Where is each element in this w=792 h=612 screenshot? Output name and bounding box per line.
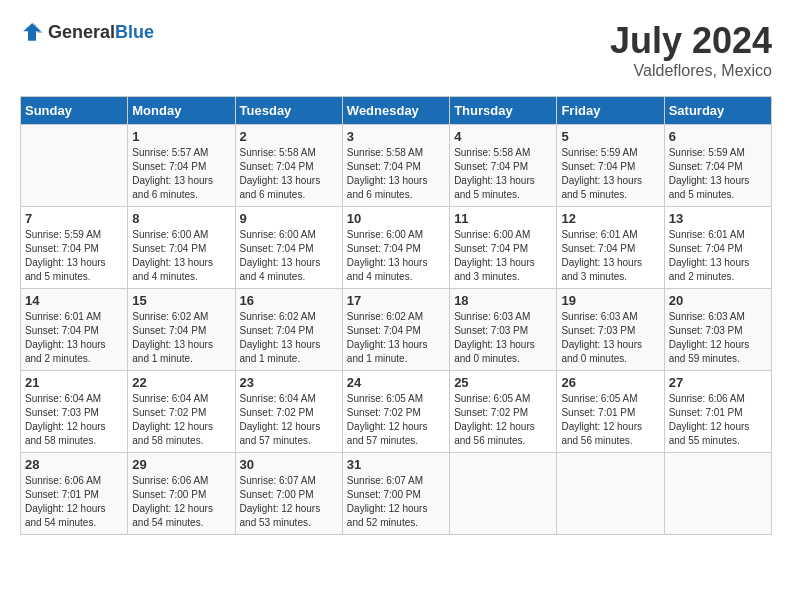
title-month: July 2024	[610, 20, 772, 62]
day-info: Sunrise: 6:00 AM Sunset: 7:04 PM Dayligh…	[132, 228, 230, 284]
day-number: 20	[669, 293, 767, 308]
day-number: 13	[669, 211, 767, 226]
table-row: 16Sunrise: 6:02 AM Sunset: 7:04 PM Dayli…	[235, 289, 342, 371]
day-number: 27	[669, 375, 767, 390]
calendar-week-row: 14Sunrise: 6:01 AM Sunset: 7:04 PM Dayli…	[21, 289, 772, 371]
page-header: GeneralBlue July 2024 Valdeflores, Mexic…	[20, 20, 772, 80]
day-number: 26	[561, 375, 659, 390]
table-row: 17Sunrise: 6:02 AM Sunset: 7:04 PM Dayli…	[342, 289, 449, 371]
day-info: Sunrise: 6:01 AM Sunset: 7:04 PM Dayligh…	[561, 228, 659, 284]
table-row: 20Sunrise: 6:03 AM Sunset: 7:03 PM Dayli…	[664, 289, 771, 371]
col-tuesday: Tuesday	[235, 97, 342, 125]
table-row	[21, 125, 128, 207]
day-number: 28	[25, 457, 123, 472]
day-info: Sunrise: 6:00 AM Sunset: 7:04 PM Dayligh…	[240, 228, 338, 284]
calendar-week-row: 7Sunrise: 5:59 AM Sunset: 7:04 PM Daylig…	[21, 207, 772, 289]
table-row: 11Sunrise: 6:00 AM Sunset: 7:04 PM Dayli…	[450, 207, 557, 289]
day-number: 25	[454, 375, 552, 390]
calendar-week-row: 1Sunrise: 5:57 AM Sunset: 7:04 PM Daylig…	[21, 125, 772, 207]
day-info: Sunrise: 5:59 AM Sunset: 7:04 PM Dayligh…	[669, 146, 767, 202]
title-block: July 2024 Valdeflores, Mexico	[610, 20, 772, 80]
day-number: 10	[347, 211, 445, 226]
day-info: Sunrise: 5:58 AM Sunset: 7:04 PM Dayligh…	[347, 146, 445, 202]
day-info: Sunrise: 5:59 AM Sunset: 7:04 PM Dayligh…	[25, 228, 123, 284]
table-row: 23Sunrise: 6:04 AM Sunset: 7:02 PM Dayli…	[235, 371, 342, 453]
table-row: 6Sunrise: 5:59 AM Sunset: 7:04 PM Daylig…	[664, 125, 771, 207]
table-row: 29Sunrise: 6:06 AM Sunset: 7:00 PM Dayli…	[128, 453, 235, 535]
day-number: 22	[132, 375, 230, 390]
day-info: Sunrise: 5:58 AM Sunset: 7:04 PM Dayligh…	[240, 146, 338, 202]
day-number: 9	[240, 211, 338, 226]
col-sunday: Sunday	[21, 97, 128, 125]
table-row: 18Sunrise: 6:03 AM Sunset: 7:03 PM Dayli…	[450, 289, 557, 371]
table-row	[557, 453, 664, 535]
table-row: 7Sunrise: 5:59 AM Sunset: 7:04 PM Daylig…	[21, 207, 128, 289]
table-row: 12Sunrise: 6:01 AM Sunset: 7:04 PM Dayli…	[557, 207, 664, 289]
table-row: 1Sunrise: 5:57 AM Sunset: 7:04 PM Daylig…	[128, 125, 235, 207]
day-number: 24	[347, 375, 445, 390]
col-thursday: Thursday	[450, 97, 557, 125]
day-info: Sunrise: 6:00 AM Sunset: 7:04 PM Dayligh…	[454, 228, 552, 284]
day-info: Sunrise: 6:03 AM Sunset: 7:03 PM Dayligh…	[669, 310, 767, 366]
table-row: 19Sunrise: 6:03 AM Sunset: 7:03 PM Dayli…	[557, 289, 664, 371]
day-info: Sunrise: 6:01 AM Sunset: 7:04 PM Dayligh…	[25, 310, 123, 366]
day-info: Sunrise: 6:04 AM Sunset: 7:03 PM Dayligh…	[25, 392, 123, 448]
day-number: 1	[132, 129, 230, 144]
logo-text-general: General	[48, 22, 115, 42]
table-row	[450, 453, 557, 535]
day-info: Sunrise: 6:07 AM Sunset: 7:00 PM Dayligh…	[240, 474, 338, 530]
table-row: 27Sunrise: 6:06 AM Sunset: 7:01 PM Dayli…	[664, 371, 771, 453]
day-number: 19	[561, 293, 659, 308]
table-row: 28Sunrise: 6:06 AM Sunset: 7:01 PM Dayli…	[21, 453, 128, 535]
table-row: 9Sunrise: 6:00 AM Sunset: 7:04 PM Daylig…	[235, 207, 342, 289]
day-number: 14	[25, 293, 123, 308]
day-info: Sunrise: 6:01 AM Sunset: 7:04 PM Dayligh…	[669, 228, 767, 284]
table-row: 22Sunrise: 6:04 AM Sunset: 7:02 PM Dayli…	[128, 371, 235, 453]
table-row: 21Sunrise: 6:04 AM Sunset: 7:03 PM Dayli…	[21, 371, 128, 453]
table-row	[664, 453, 771, 535]
day-info: Sunrise: 6:05 AM Sunset: 7:01 PM Dayligh…	[561, 392, 659, 448]
table-row: 14Sunrise: 6:01 AM Sunset: 7:04 PM Dayli…	[21, 289, 128, 371]
day-number: 18	[454, 293, 552, 308]
calendar-header-row: Sunday Monday Tuesday Wednesday Thursday…	[21, 97, 772, 125]
table-row: 8Sunrise: 6:00 AM Sunset: 7:04 PM Daylig…	[128, 207, 235, 289]
col-monday: Monday	[128, 97, 235, 125]
day-number: 21	[25, 375, 123, 390]
col-wednesday: Wednesday	[342, 97, 449, 125]
table-row: 2Sunrise: 5:58 AM Sunset: 7:04 PM Daylig…	[235, 125, 342, 207]
day-number: 12	[561, 211, 659, 226]
day-number: 23	[240, 375, 338, 390]
logo: GeneralBlue	[20, 20, 154, 44]
day-number: 17	[347, 293, 445, 308]
logo-icon	[20, 20, 44, 44]
title-location: Valdeflores, Mexico	[610, 62, 772, 80]
day-info: Sunrise: 6:03 AM Sunset: 7:03 PM Dayligh…	[561, 310, 659, 366]
day-info: Sunrise: 6:04 AM Sunset: 7:02 PM Dayligh…	[240, 392, 338, 448]
day-number: 5	[561, 129, 659, 144]
day-info: Sunrise: 6:02 AM Sunset: 7:04 PM Dayligh…	[347, 310, 445, 366]
table-row: 25Sunrise: 6:05 AM Sunset: 7:02 PM Dayli…	[450, 371, 557, 453]
day-number: 8	[132, 211, 230, 226]
day-info: Sunrise: 6:06 AM Sunset: 7:01 PM Dayligh…	[669, 392, 767, 448]
calendar-week-row: 28Sunrise: 6:06 AM Sunset: 7:01 PM Dayli…	[21, 453, 772, 535]
table-row: 15Sunrise: 6:02 AM Sunset: 7:04 PM Dayli…	[128, 289, 235, 371]
day-info: Sunrise: 6:00 AM Sunset: 7:04 PM Dayligh…	[347, 228, 445, 284]
day-info: Sunrise: 5:59 AM Sunset: 7:04 PM Dayligh…	[561, 146, 659, 202]
logo-text-blue: Blue	[115, 22, 154, 42]
table-row: 26Sunrise: 6:05 AM Sunset: 7:01 PM Dayli…	[557, 371, 664, 453]
day-info: Sunrise: 5:57 AM Sunset: 7:04 PM Dayligh…	[132, 146, 230, 202]
day-number: 31	[347, 457, 445, 472]
day-number: 11	[454, 211, 552, 226]
day-info: Sunrise: 6:05 AM Sunset: 7:02 PM Dayligh…	[454, 392, 552, 448]
table-row: 3Sunrise: 5:58 AM Sunset: 7:04 PM Daylig…	[342, 125, 449, 207]
table-row: 30Sunrise: 6:07 AM Sunset: 7:00 PM Dayli…	[235, 453, 342, 535]
day-info: Sunrise: 6:04 AM Sunset: 7:02 PM Dayligh…	[132, 392, 230, 448]
day-info: Sunrise: 6:05 AM Sunset: 7:02 PM Dayligh…	[347, 392, 445, 448]
day-number: 15	[132, 293, 230, 308]
col-saturday: Saturday	[664, 97, 771, 125]
day-info: Sunrise: 6:07 AM Sunset: 7:00 PM Dayligh…	[347, 474, 445, 530]
day-number: 6	[669, 129, 767, 144]
day-number: 29	[132, 457, 230, 472]
day-number: 7	[25, 211, 123, 226]
day-info: Sunrise: 6:06 AM Sunset: 7:00 PM Dayligh…	[132, 474, 230, 530]
